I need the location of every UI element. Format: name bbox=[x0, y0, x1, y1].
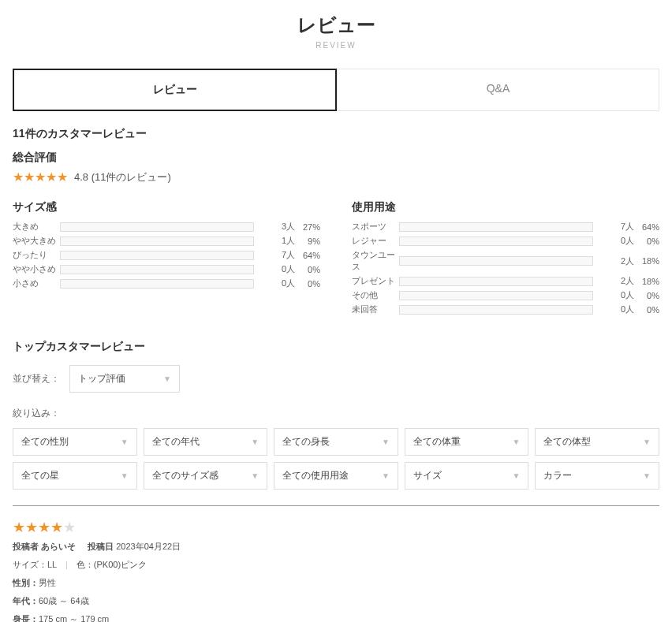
filter-select-2[interactable]: 全ての身長▼ bbox=[274, 428, 398, 456]
review-attrs: 性別：男性 年代：60歳 ～ 64歳 身長：175 cm ～ 179 cm 体重… bbox=[13, 577, 659, 622]
bar-row: 大きめ3人27% bbox=[13, 221, 320, 233]
bar-pct: 27% bbox=[295, 222, 320, 232]
overall-stars: ★★★★★ bbox=[13, 169, 68, 184]
bar-count: 1人 bbox=[276, 235, 295, 247]
star-icon: ★ bbox=[13, 519, 25, 536]
review-date: 2023年04月22日 bbox=[116, 542, 181, 551]
sort-row: 並び替え： トップ評価 ▼ bbox=[13, 365, 659, 393]
filter-select-3[interactable]: 全ての体重▼ bbox=[405, 428, 529, 456]
bar-label: 大きめ bbox=[13, 221, 60, 233]
filter-select-4[interactable]: 全ての体型▼ bbox=[535, 428, 659, 456]
bar-track bbox=[399, 291, 593, 300]
filter-grid: 全ての性別▼全ての年代▼全ての身長▼全ての体重▼全ての体型▼全ての星▼全てのサイ… bbox=[13, 428, 659, 490]
charts: サイズ感大きめ3人27%やや大きめ1人9%ぴったり7人64%やや小さめ0人0%小… bbox=[13, 200, 659, 318]
bar-row: 未回答0人0% bbox=[352, 304, 659, 315]
bar-track bbox=[60, 265, 254, 274]
bar-row: スポーツ7人64% bbox=[352, 221, 659, 233]
star-icon: ★ bbox=[57, 169, 68, 184]
bar-pct: 0% bbox=[634, 305, 659, 315]
chevron-down-icon: ▼ bbox=[382, 471, 390, 480]
page-title: レビュー bbox=[13, 13, 659, 38]
star-icon: ★ bbox=[24, 169, 35, 184]
bar-track bbox=[399, 222, 593, 232]
bar-pct: 18% bbox=[634, 277, 659, 286]
star-icon: ★ bbox=[46, 169, 57, 184]
bar-row: レジャー0人0% bbox=[352, 235, 659, 247]
filter-select-9[interactable]: カラー▼ bbox=[535, 462, 659, 490]
bar-count: 7人 bbox=[615, 221, 634, 233]
bar-label: 小さめ bbox=[13, 277, 60, 289]
bar-pct: 9% bbox=[295, 237, 320, 246]
bar-row: タウンユース2人18% bbox=[352, 249, 659, 273]
bar-count: 0人 bbox=[276, 263, 295, 275]
tab-review[interactable]: レビュー bbox=[13, 69, 337, 111]
sort-label: 並び替え： bbox=[13, 372, 60, 385]
bar-pct: 0% bbox=[295, 279, 320, 289]
chevron-down-icon: ▼ bbox=[251, 438, 259, 446]
review-count: 11件のカスタマーレビュー bbox=[13, 127, 659, 141]
bar-count: 0人 bbox=[276, 277, 295, 289]
chevron-down-icon: ▼ bbox=[512, 471, 520, 480]
bar-track bbox=[399, 277, 593, 286]
bar-pct: 0% bbox=[634, 291, 659, 300]
chart-title: 使用用途 bbox=[352, 200, 659, 214]
bar-pct: 0% bbox=[295, 265, 320, 274]
chevron-down-icon: ▼ bbox=[512, 438, 520, 446]
review-stars: ★★★★★ bbox=[13, 519, 76, 536]
filter-select-0[interactable]: 全ての性別▼ bbox=[13, 428, 137, 456]
tabs: レビュー Q&A bbox=[13, 69, 659, 111]
review-author: 投稿者 あらいそ bbox=[13, 542, 78, 551]
bar-track bbox=[60, 222, 254, 232]
filter-select-8[interactable]: サイズ▼ bbox=[405, 462, 529, 490]
bar-label: やや小さめ bbox=[13, 263, 60, 275]
bar-count: 2人 bbox=[615, 275, 634, 287]
bar-track bbox=[399, 237, 593, 246]
review-meta: 投稿者 あらいそ 投稿日 2023年04月22日 bbox=[13, 541, 659, 553]
review-item: ★★★★★ 投稿者 あらいそ 投稿日 2023年04月22日 サイズ：LL | … bbox=[13, 519, 659, 622]
sort-select[interactable]: トップ評価 ▼ bbox=[69, 365, 180, 393]
bar-label: スポーツ bbox=[352, 221, 399, 233]
page-subtitle: REVIEW bbox=[13, 41, 659, 50]
bar-pct: 64% bbox=[295, 251, 320, 260]
filter-label: 絞り込み： bbox=[13, 407, 659, 420]
bar-count: 7人 bbox=[276, 249, 295, 261]
bar-track bbox=[60, 251, 254, 260]
chevron-down-icon: ▼ bbox=[251, 471, 259, 480]
filter-select-6[interactable]: 全てのサイズ感▼ bbox=[144, 462, 268, 490]
bar-row: ぴったり7人64% bbox=[13, 249, 320, 261]
bar-row: プレゼント2人18% bbox=[352, 275, 659, 287]
bar-pct: 18% bbox=[634, 256, 659, 266]
bar-label: レジャー bbox=[352, 235, 399, 247]
chart-purpose: 使用用途スポーツ7人64%レジャー0人0%タウンユース2人18%プレゼント2人1… bbox=[352, 200, 659, 318]
bar-label: ぴったり bbox=[13, 249, 60, 261]
bar-count: 0人 bbox=[615, 235, 634, 247]
chart-title: サイズ感 bbox=[13, 200, 320, 214]
filter-select-1[interactable]: 全ての年代▼ bbox=[144, 428, 268, 456]
star-icon: ★ bbox=[63, 519, 76, 536]
bar-row: 小さめ0人0% bbox=[13, 277, 320, 289]
bar-label: その他 bbox=[352, 289, 399, 301]
bar-track bbox=[399, 256, 593, 266]
overall-rating: ★★★★★ 4.8 (11件のレビュー) bbox=[13, 169, 659, 184]
bar-count: 0人 bbox=[615, 289, 634, 301]
overall-score: 4.8 (11件のレビュー) bbox=[74, 170, 171, 184]
chevron-down-icon: ▼ bbox=[121, 471, 129, 480]
bar-row: やや小さめ0人0% bbox=[13, 263, 320, 275]
bar-track bbox=[60, 237, 254, 246]
chart-size: サイズ感大きめ3人27%やや大きめ1人9%ぴったり7人64%やや小さめ0人0%小… bbox=[13, 200, 320, 318]
bar-track bbox=[60, 279, 254, 289]
star-icon: ★ bbox=[25, 519, 38, 536]
star-icon: ★ bbox=[35, 169, 46, 184]
star-icon: ★ bbox=[13, 169, 24, 184]
bar-row: その他0人0% bbox=[352, 289, 659, 301]
tab-qa[interactable]: Q&A bbox=[337, 69, 659, 111]
bar-count: 0人 bbox=[615, 304, 634, 315]
bar-label: プレゼント bbox=[352, 275, 399, 287]
chevron-down-icon: ▼ bbox=[163, 374, 171, 383]
bar-label: タウンユース bbox=[352, 249, 399, 273]
filter-select-7[interactable]: 全ての使用用途▼ bbox=[274, 462, 398, 490]
filter-select-5[interactable]: 全ての星▼ bbox=[13, 462, 137, 490]
star-icon: ★ bbox=[38, 519, 50, 536]
chevron-down-icon: ▼ bbox=[121, 438, 129, 446]
review-size-color: サイズ：LL | 色：(PK00)ピンク bbox=[13, 559, 147, 571]
